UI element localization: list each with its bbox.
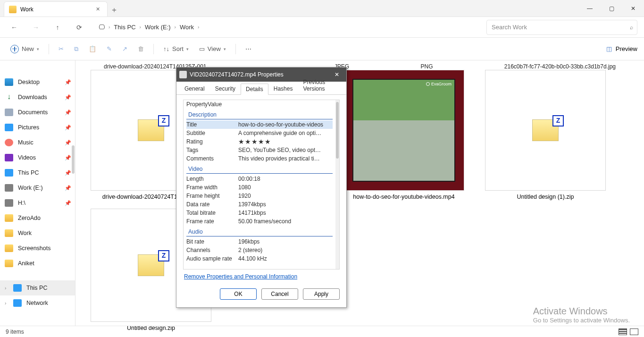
property-row[interactable]: Title how-to-do-seo-for-youtube-videos <box>186 120 333 129</box>
sidebar-item[interactable]: Music📌 <box>0 135 75 150</box>
sidebar-item[interactable]: This PC📌 <box>0 165 75 180</box>
property-row[interactable]: Length00:00:18 <box>186 175 333 183</box>
property-row[interactable]: Data rate13974kbps <box>186 200 333 209</box>
search-box[interactable]: ⌕ <box>486 20 637 35</box>
property-row[interactable]: Bit rate196kbps <box>186 237 333 246</box>
explorer-tab[interactable]: Work ✕ <box>4 1 108 17</box>
column-header-property[interactable]: Property <box>186 101 208 108</box>
properties-scrollbar[interactable] <box>335 100 339 269</box>
chevron-right-icon[interactable]: › <box>174 25 177 30</box>
expand-icon[interactable]: › <box>5 286 8 291</box>
chevron-down-icon: ▾ <box>224 47 226 51</box>
chevron-down-icon: ▾ <box>186 47 189 51</box>
tab-security[interactable]: Security <box>210 83 241 94</box>
property-row[interactable]: Total bitrate14171kbps <box>186 209 333 217</box>
more-button[interactable]: ⋯ <box>242 41 255 57</box>
sidebar-item-label: H:\ <box>18 200 25 206</box>
sidebar-item-label: This PC <box>18 169 39 176</box>
sidebar-item[interactable]: Screenshots <box>0 241 75 256</box>
docs-icon <box>5 109 13 116</box>
property-row[interactable]: Rating★★★★★ <box>186 137 333 146</box>
sort-button[interactable]: ↑↓ Sort ▾ <box>159 41 192 57</box>
forward-button[interactable]: → <box>25 17 46 38</box>
chevron-right-icon[interactable]: › <box>197 25 200 30</box>
address-bar[interactable]: 🖵 › This PC › Work (E:) › Work › <box>94 20 482 35</box>
maximize-button[interactable]: ▢ <box>601 0 622 17</box>
scrollbar-thumb[interactable] <box>336 102 339 159</box>
remove-properties-link[interactable]: Remove Properties and Personal Informati… <box>183 270 298 280</box>
sidebar-item-label: Screenshots <box>18 245 50 252</box>
sidebar-item[interactable]: ZeroAdo <box>0 211 75 226</box>
chevron-right-icon[interactable]: › <box>139 25 142 30</box>
sidebar-item[interactable]: Desktop📌 <box>0 75 75 90</box>
pin-icon: 📌 <box>65 170 71 176</box>
breadcrumb-folder[interactable]: Work <box>180 24 194 31</box>
divider <box>153 44 154 54</box>
property-row[interactable]: Frame rate50.00 frames/second <box>186 217 333 226</box>
tab-general[interactable]: General <box>179 83 210 94</box>
file-item[interactable]: EvaGroom how-to-do-seo-for-youtube-video… <box>338 70 470 200</box>
expand-icon[interactable]: › <box>5 301 8 306</box>
up-button[interactable]: ↑ <box>47 17 68 38</box>
tree-item[interactable]: ›This PC <box>0 280 75 295</box>
column-header-value[interactable]: Value <box>208 101 222 108</box>
refresh-button[interactable]: ⟳ <box>69 17 90 38</box>
properties-list: Property Value Description Title how-to-… <box>183 100 340 270</box>
sidebar-item[interactable]: Work <box>0 226 75 241</box>
property-value[interactable]: how-to-do-seo-for-youtube-videos <box>238 121 333 128</box>
file-list-view[interactable]: drive-download-20240124T140125Z-001 JPEG… <box>75 60 644 326</box>
tab-previous-versions[interactable]: Previous Versions <box>298 76 343 94</box>
chevron-right-icon[interactable]: › <box>108 25 111 30</box>
section-description: Description <box>186 109 333 119</box>
close-button[interactable]: ✕ <box>622 0 644 17</box>
cut-button[interactable]: ✂ <box>55 41 67 57</box>
property-row[interactable]: TagsSEO, YouTube SEO, video opt… <box>186 146 333 154</box>
tab-hashes[interactable]: Hashes <box>268 83 298 94</box>
preview-toggle[interactable]: ◫ Preview <box>606 45 637 52</box>
back-button[interactable]: ← <box>4 17 25 38</box>
new-tab-button[interactable]: ＋ <box>108 3 121 17</box>
property-row[interactable]: Audio sample rate44.100 kHz <box>186 254 333 263</box>
breadcrumb-drive[interactable]: Work (E:) <box>145 24 171 31</box>
property-row[interactable]: Channels2 (stereo) <box>186 246 333 254</box>
search-input[interactable] <box>491 23 626 31</box>
share-button[interactable]: ↗ <box>118 41 131 57</box>
file-item[interactable]: Untitled design (1).zip <box>479 70 611 200</box>
property-row[interactable]: SubtitleA comprehensive guide on opti… <box>186 129 333 137</box>
folder-icon <box>9 6 17 13</box>
sidebar-item[interactable]: Aniket <box>0 256 75 271</box>
divider <box>49 44 49 54</box>
paste-button[interactable]: 📋 <box>85 41 100 57</box>
sidebar-item[interactable]: ↓Downloads📌 <box>0 90 75 105</box>
rename-button[interactable]: ✎ <box>103 41 116 57</box>
sidebar-item[interactable]: H:\📌 <box>0 195 75 211</box>
breadcrumb-this-pc[interactable]: This PC <box>114 24 135 31</box>
details-view-button[interactable] <box>619 329 627 335</box>
copy-button[interactable]: ⧉ <box>70 41 82 57</box>
copy-icon: ⧉ <box>74 45 78 53</box>
ok-button[interactable]: OK <box>220 288 257 300</box>
sidebar-item[interactable]: Videos📌 <box>0 150 75 165</box>
property-row[interactable]: CommentsThis video provides practical ti… <box>186 154 333 163</box>
apply-button[interactable]: Apply <box>303 288 340 300</box>
star-rating[interactable]: ★★★★★ <box>238 138 333 145</box>
view-icon: ▭ <box>199 45 205 52</box>
thumbnails-view-button[interactable] <box>630 329 638 335</box>
new-button[interactable]: New ▾ <box>7 41 43 57</box>
sidebar-item[interactable]: Documents📌 <box>0 105 75 120</box>
folder-icon <box>5 229 13 237</box>
tab-close-button[interactable]: ✕ <box>93 5 102 13</box>
tree-item[interactable]: ›Network <box>0 295 75 311</box>
view-button[interactable]: ▭ View ▾ <box>195 41 230 57</box>
property-row[interactable]: Frame width1080 <box>186 183 333 192</box>
delete-button[interactable]: 🗑 <box>134 41 148 57</box>
property-row[interactable]: Frame height1920 <box>186 192 333 200</box>
folder-icon <box>5 244 13 252</box>
tab-details[interactable]: Details <box>241 84 268 95</box>
sidebar-item[interactable]: Work (E:)📌 <box>0 180 75 195</box>
search-icon[interactable]: ⌕ <box>630 24 633 31</box>
sidebar-item[interactable]: Pictures📌 <box>0 120 75 135</box>
file-icon <box>179 71 187 78</box>
minimize-button[interactable]: — <box>579 0 601 17</box>
cancel-button[interactable]: Cancel <box>261 288 298 300</box>
